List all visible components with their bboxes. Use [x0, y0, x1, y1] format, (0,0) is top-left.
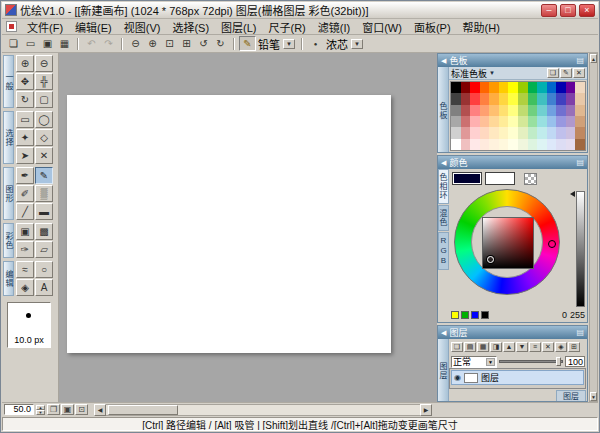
horizontal-scrollbar[interactable]: ◀ ▶ — [94, 404, 432, 416]
color-swatch[interactable] — [528, 93, 538, 104]
pencil-tool[interactable]: ✎ — [35, 167, 53, 184]
value-slider[interactable] — [576, 191, 585, 307]
color-swatch[interactable] — [537, 116, 547, 127]
color-swatch[interactable] — [489, 116, 499, 127]
color-swatch[interactable] — [451, 82, 461, 93]
menu-item[interactable]: 面板(P) — [408, 18, 457, 36]
menu-item[interactable]: 窗口(W) — [356, 18, 408, 36]
hscroll-track[interactable] — [106, 404, 420, 416]
color-swatch[interactable] — [461, 139, 471, 150]
color-swatch[interactable] — [499, 105, 509, 116]
color-swatch[interactable] — [547, 93, 557, 104]
zoom-fit-button[interactable]: ⊡ — [161, 36, 178, 51]
color-swatch[interactable] — [528, 116, 538, 127]
color-swatch[interactable] — [470, 105, 480, 116]
color-swatch[interactable] — [451, 139, 461, 150]
scroll-right-button[interactable]: ▶ — [420, 404, 432, 416]
hue-wheel[interactable] — [454, 189, 560, 295]
layer-row[interactable]: ◉图层 — [451, 370, 584, 385]
color-swatch[interactable] — [537, 82, 547, 93]
color-swatch[interactable] — [556, 139, 566, 150]
delete-swatch-button[interactable]: ✕ — [573, 68, 585, 78]
swatch-set-selector[interactable]: 标准色板 ▼ ❏ ✎ ✕ — [449, 67, 587, 80]
magic-wand-tool[interactable]: ✦ — [16, 129, 34, 146]
minimize-button[interactable]: – — [541, 4, 557, 17]
zoom-decrease-button[interactable]: ▼ — [36, 410, 45, 415]
color-swatch[interactable] — [499, 93, 509, 104]
delete-layer-button[interactable]: ✕ — [542, 342, 554, 352]
collapse-icon[interactable]: ◀ — [441, 159, 446, 167]
color-swatch[interactable] — [556, 127, 566, 138]
menu-item[interactable]: 编辑(E) — [69, 18, 118, 36]
canvas[interactable] — [67, 95, 391, 353]
scrollbar-track[interactable] — [590, 63, 597, 392]
fill-bucket-tool[interactable]: ▣ — [16, 223, 34, 240]
panel-menu-icon[interactable]: ▤ — [576, 328, 584, 337]
tip-type-dropdown[interactable]: 浓芯 ▼ — [324, 37, 365, 51]
color-swatch[interactable] — [451, 105, 461, 116]
menu-item[interactable]: 文件(F) — [21, 18, 69, 36]
color-swatch[interactable] — [470, 93, 480, 104]
color-swatch[interactable] — [499, 82, 509, 93]
color-swatch[interactable] — [508, 105, 518, 116]
transparency-checker-icon[interactable] — [524, 173, 537, 185]
move-layer-up-button[interactable]: ▲ — [503, 342, 515, 352]
color-swatch[interactable] — [575, 105, 585, 116]
close-button[interactable]: × — [579, 4, 595, 17]
swatches-side-tab[interactable]: 色板 — [438, 67, 449, 152]
color-swatch[interactable] — [480, 127, 490, 138]
zoom-in-tool[interactable]: ⊕ — [16, 55, 34, 72]
chevron-down-icon[interactable]: ▼ — [489, 70, 495, 76]
color-swatch[interactable] — [518, 93, 528, 104]
fit-window-button[interactable]: ❐ — [47, 404, 60, 415]
canvas-viewport[interactable] — [59, 53, 437, 402]
rect-select-tool[interactable]: ▭ — [16, 111, 34, 128]
layer-mask-button[interactable]: ◨ — [490, 342, 502, 352]
color-swatch[interactable] — [489, 105, 499, 116]
color-swatch[interactable] — [480, 139, 490, 150]
color-swatch[interactable] — [537, 105, 547, 116]
panel-menu-icon[interactable]: ▤ — [576, 56, 584, 65]
clone-tool[interactable]: ◈ — [16, 279, 34, 296]
color-mode-tab[interactable]: RGB — [438, 232, 449, 270]
color-swatch[interactable] — [537, 93, 547, 104]
color-swatch[interactable] — [461, 127, 471, 138]
color-swatch[interactable] — [566, 116, 576, 127]
layers-side-tab[interactable]: 图层 — [438, 339, 449, 401]
background-color[interactable] — [485, 172, 515, 185]
collapse-icon[interactable]: ◀ — [441, 57, 446, 65]
zoom-out-tool[interactable]: ⊖ — [35, 55, 53, 72]
hscroll-thumb[interactable] — [108, 405, 178, 415]
opacity-value[interactable]: 100 — [565, 356, 585, 367]
zoom-actual-button[interactable]: ⊞ — [178, 36, 195, 51]
mini-swatch[interactable] — [461, 311, 469, 319]
zoom-out-button[interactable]: ⊖ — [127, 36, 144, 51]
hue-marker[interactable] — [548, 240, 556, 248]
color-swatch[interactable] — [518, 105, 528, 116]
move-tool[interactable]: ╬ — [35, 73, 53, 90]
color-swatch[interactable] — [556, 82, 566, 93]
menu-item[interactable]: 帮助(H) — [457, 18, 506, 36]
color-swatch[interactable] — [461, 105, 471, 116]
airbrush-tool[interactable]: ▒ — [35, 185, 53, 202]
color-swatch[interactable] — [528, 105, 538, 116]
mini-swatch[interactable] — [451, 311, 459, 319]
color-swatch[interactable] — [547, 82, 557, 93]
color-swatch[interactable] — [566, 105, 576, 116]
color-swatch[interactable] — [547, 139, 557, 150]
actual-size-button[interactable]: ▣ — [61, 404, 74, 415]
color-swatch[interactable] — [461, 93, 471, 104]
color-swatch[interactable] — [470, 139, 480, 150]
foreground-color[interactable] — [452, 172, 482, 185]
eraser-tool[interactable]: ▱ — [35, 241, 53, 258]
scroll-up-button[interactable]: ▲ — [590, 54, 597, 63]
crop-tool[interactable]: ▢ — [35, 91, 53, 108]
layers-bottom-tab[interactable]: 图层 — [556, 390, 586, 401]
color-swatch[interactable] — [528, 127, 538, 138]
color-swatch[interactable] — [518, 127, 528, 138]
color-swatch[interactable] — [470, 82, 480, 93]
smudge-tool[interactable]: ≈ — [16, 261, 34, 278]
color-swatch[interactable] — [575, 116, 585, 127]
color-swatch[interactable] — [566, 127, 576, 138]
panel-menu-icon[interactable]: ▤ — [576, 158, 584, 167]
